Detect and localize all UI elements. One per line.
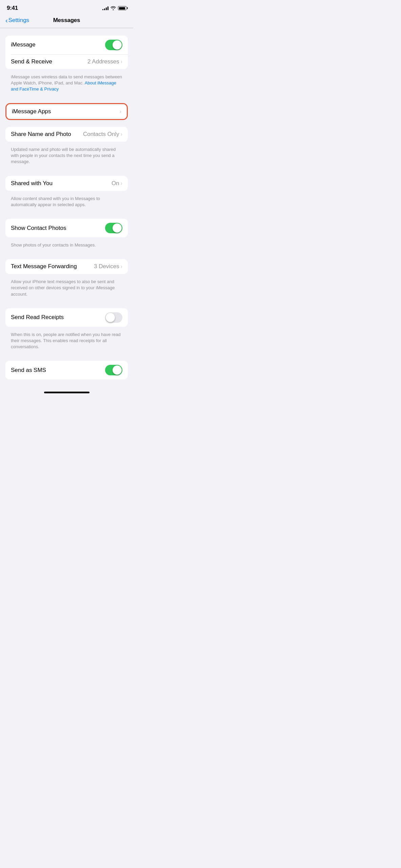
toggle-thumb: [106, 313, 115, 322]
send-receive-label: Send & Receive: [11, 58, 52, 65]
send-read-receipts-card: Send Read Receipts: [5, 308, 128, 327]
send-receive-right: 2 Addresses ›: [87, 58, 122, 65]
imessage-apps-card[interactable]: iMessage Apps ›: [5, 103, 128, 120]
show-contact-photos-card: Show Contact Photos: [5, 219, 128, 237]
page-title: Messages: [53, 17, 80, 24]
home-bar: [44, 392, 89, 393]
send-read-receipts-label: Send Read Receipts: [11, 314, 64, 321]
text-forwarding-label: Text Message Forwarding: [11, 263, 77, 270]
chevron-right-icon: ›: [121, 263, 122, 270]
send-receive-row[interactable]: Send & Receive 2 Addresses ›: [5, 54, 128, 69]
text-forwarding-card: Text Message Forwarding 3 Devices ›: [5, 259, 128, 274]
shared-with-you-description: Allow content shared with you in Message…: [5, 194, 128, 212]
imessage-label: iMessage: [11, 41, 36, 48]
imessage-card: iMessage Send & Receive 2 Addresses ›: [5, 36, 128, 69]
show-contact-photos-toggle[interactable]: [105, 223, 122, 233]
chevron-right-icon: ›: [120, 108, 121, 115]
send-as-sms-row[interactable]: Send as SMS: [5, 361, 128, 379]
show-contact-photos-row[interactable]: Show Contact Photos: [5, 219, 128, 237]
send-read-receipts-description: When this is on, people are notified whe…: [5, 330, 128, 354]
toggle-thumb: [113, 223, 122, 233]
shared-with-you-label: Shared with You: [11, 180, 53, 187]
text-forwarding-section: Text Message Forwarding 3 Devices › Allo…: [5, 259, 128, 301]
home-indicator: [0, 389, 133, 395]
share-name-value: Contacts Only: [83, 131, 119, 138]
show-contact-photos-description: Show photos of your contacts in Messages…: [5, 240, 128, 252]
shared-with-you-right: On ›: [112, 180, 122, 187]
show-contact-photos-label: Show Contact Photos: [11, 225, 66, 232]
send-read-receipts-toggle[interactable]: [105, 312, 122, 323]
imessage-apps-label: iMessage Apps: [12, 108, 51, 115]
toggle-thumb: [113, 40, 122, 50]
imessage-apps-right: ›: [120, 108, 121, 115]
chevron-right-icon: ›: [121, 131, 122, 137]
signal-icon: [102, 6, 108, 10]
share-name-row[interactable]: Share Name and Photo Contacts Only ›: [5, 127, 128, 142]
chevron-right-icon: ›: [121, 59, 122, 65]
share-name-label: Share Name and Photo: [11, 131, 71, 138]
battery-icon: [118, 6, 126, 10]
send-as-sms-card: Send as SMS: [5, 361, 128, 379]
send-read-receipts-row[interactable]: Send Read Receipts: [5, 308, 128, 327]
toggle-thumb: [113, 366, 122, 375]
send-as-sms-toggle[interactable]: [105, 365, 122, 375]
shared-with-you-row[interactable]: Shared with You On ›: [5, 176, 128, 191]
status-icons: [102, 6, 126, 10]
send-read-receipts-section: Send Read Receipts When this is on, peop…: [5, 308, 128, 354]
text-forwarding-right: 3 Devices ›: [94, 263, 122, 270]
imessage-apps-section: iMessage Apps ›: [5, 103, 128, 120]
share-name-description: Updated name and photo will be automatic…: [5, 144, 128, 169]
shared-with-you-card: Shared with You On ›: [5, 176, 128, 191]
status-bar: 9:41: [0, 0, 133, 14]
status-time: 9:41: [7, 5, 18, 12]
share-name-right: Contacts Only ›: [83, 131, 122, 138]
shared-with-you-section: Shared with You On › Allow content share…: [5, 176, 128, 212]
nav-bar: ‹ Settings Messages: [0, 14, 133, 28]
send-as-sms-section: Send as SMS: [5, 361, 128, 382]
imessage-row[interactable]: iMessage: [5, 36, 128, 54]
show-contact-photos-section: Show Contact Photos Show photos of your …: [5, 219, 128, 252]
imessage-description: iMessage uses wireless data to send mess…: [5, 72, 128, 97]
send-as-sms-label: Send as SMS: [11, 367, 46, 374]
shared-with-you-value: On: [112, 180, 119, 187]
back-label: Settings: [8, 17, 29, 24]
share-name-section: Share Name and Photo Contacts Only › Upd…: [5, 127, 128, 169]
send-receive-value: 2 Addresses: [87, 58, 119, 65]
chevron-left-icon: ‹: [5, 17, 8, 24]
wifi-icon: [111, 6, 116, 10]
text-forwarding-description: Allow your iPhone text messages to also …: [5, 277, 128, 301]
imessage-section: iMessage Send & Receive 2 Addresses › iM…: [5, 36, 128, 97]
text-forwarding-row[interactable]: Text Message Forwarding 3 Devices ›: [5, 259, 128, 274]
text-forwarding-value: 3 Devices: [94, 263, 119, 270]
back-button[interactable]: ‹ Settings: [5, 17, 29, 24]
imessage-apps-row[interactable]: iMessage Apps ›: [6, 104, 127, 119]
imessage-toggle[interactable]: [105, 40, 122, 50]
share-name-card: Share Name and Photo Contacts Only ›: [5, 127, 128, 142]
chevron-right-icon: ›: [121, 180, 122, 186]
content-area: iMessage Send & Receive 2 Addresses › iM…: [0, 28, 133, 382]
